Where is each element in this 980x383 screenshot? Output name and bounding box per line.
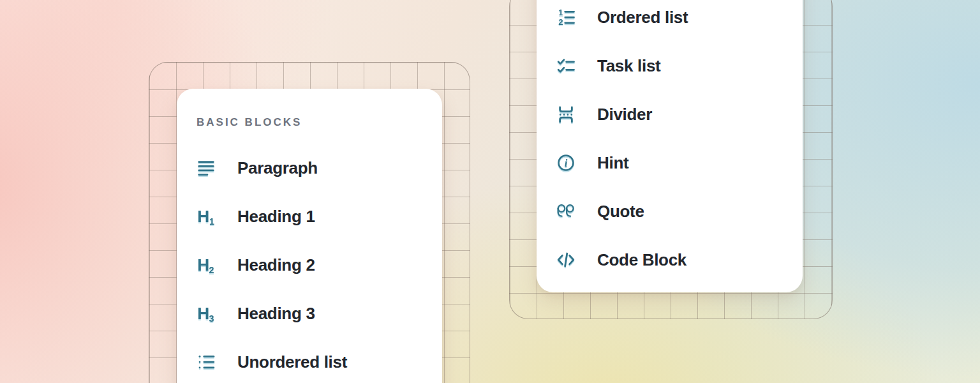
blocks-menu-card-right: 1 2 Ordered list Task list Divider i Hin…	[537, 0, 803, 292]
menu-item[interactable]: Paragraph	[177, 144, 442, 192]
menu-item-label: Unordered list	[237, 352, 347, 372]
menu-item[interactable]: 1 2 Ordered list	[537, 0, 803, 41]
heading-3-icon: H 3	[197, 304, 216, 323]
svg-text:3: 3	[209, 313, 214, 323]
basic-blocks-menu-card: BASIC BLOCKS Paragraph H 1 Heading 1 H 2…	[177, 89, 442, 383]
svg-text:H: H	[197, 255, 209, 274]
code-block-icon	[556, 250, 575, 269]
section-label: BASIC BLOCKS	[197, 113, 442, 132]
ordered-list-icon: 1 2	[556, 8, 575, 27]
menu-item-label: Ordered list	[597, 8, 688, 27]
svg-text:H: H	[197, 207, 209, 226]
menu-item-label: Paragraph	[237, 158, 318, 178]
basic-blocks-item-list: Paragraph H 1 Heading 1 H 2 Heading 2 H …	[177, 144, 442, 383]
unordered-list-icon	[197, 352, 216, 372]
menu-item[interactable]: Code Block	[537, 236, 803, 284]
svg-text:H: H	[197, 304, 209, 323]
svg-text:1: 1	[558, 8, 563, 17]
menu-item-label: Heading 3	[237, 304, 315, 324]
menu-item[interactable]: Quote	[537, 187, 803, 236]
svg-text:1: 1	[209, 216, 214, 226]
menu-item[interactable]: H 2 Heading 2	[177, 241, 442, 289]
menu-item-label: Code Block	[597, 250, 687, 270]
menu-item-label: Hint	[597, 153, 628, 173]
task-list-icon	[556, 56, 575, 75]
menu-item[interactable]: Divider	[537, 90, 803, 139]
svg-text:i: i	[565, 157, 568, 169]
menu-item-label: Task list	[597, 56, 660, 76]
menu-item[interactable]: H 1 Heading 1	[177, 192, 442, 241]
menu-item[interactable]: Task list	[537, 41, 803, 90]
hint-icon: i	[556, 153, 575, 172]
quote-icon	[556, 202, 575, 221]
paragraph-icon	[197, 158, 216, 177]
menu-item-label: Quote	[597, 202, 644, 222]
menu-item[interactable]: Unordered list	[177, 338, 442, 383]
editor-blocks-illustration: BASIC BLOCKS Paragraph H 1 Heading 1 H 2…	[0, 0, 980, 383]
blocks-item-list: 1 2 Ordered list Task list Divider i Hin…	[537, 0, 803, 284]
menu-item-label: Heading 1	[237, 207, 315, 227]
menu-item[interactable]: H 3 Heading 3	[177, 289, 442, 338]
menu-item-label: Heading 2	[237, 255, 315, 275]
menu-item-label: Divider	[597, 105, 652, 124]
menu-item[interactable]: i Hint	[537, 139, 803, 187]
divider-icon	[556, 105, 575, 124]
svg-text:2: 2	[209, 265, 214, 274]
heading-1-icon: H 1	[197, 207, 216, 226]
heading-2-icon: H 2	[197, 255, 216, 274]
svg-text:2: 2	[558, 17, 563, 27]
